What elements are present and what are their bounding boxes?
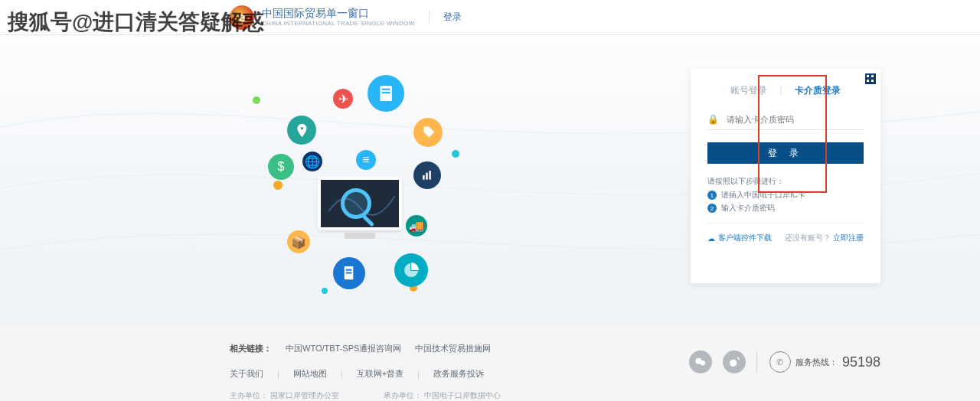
cloud-download-icon: ☁ [707,234,715,243]
dollar-icon: $ [268,154,294,180]
svg-rect-7 [346,269,352,271]
box-icon: 📦 [287,230,310,253]
tab-card[interactable]: 卡介质登录 [795,84,841,99]
qr-login-icon[interactable] [854,73,876,95]
svg-rect-10 [867,75,869,77]
svg-rect-11 [871,75,874,77]
weibo-icon[interactable] [723,350,746,373]
client-download-link[interactable]: ☁ 客户端控件下载 [707,233,772,243]
password-row: 🔒 [707,109,864,130]
footer-nav-sitemap[interactable]: 网站地图 [293,368,327,380]
step-number: 2 [707,204,717,213]
clipboard-icon [333,257,365,289]
login-card-footer: ☁ 客户端控件下载 还没有账号？ 立即注册 [707,233,864,243]
svg-rect-1 [381,88,390,90]
login-card: 账号登录 | 卡介质登录 🔒 登 录 请按照以下步骤进行： 1 请插入中国电子口… [691,69,880,283]
site-title-en: CHINA INTERNATIONAL TRADE SINGLE WINDOW [262,20,415,28]
tab-divider: | [779,84,782,99]
phone-icon: ✆ [769,351,791,373]
service-hotline: ✆ 服务热线： 95198 [756,351,880,373]
hotline-number: 95198 [842,354,880,370]
site-title-cn: 中国国际贸易单一窗口 [262,7,415,20]
footer-right: ✆ 服务热线： 95198 [689,350,880,373]
step-item: 2 输入卡介质密码 [707,203,864,214]
logo-text: 中国国际贸易单一窗口 CHINA INTERNATIONAL TRADE SIN… [262,7,415,27]
deco-dot [322,288,328,294]
plane-icon: ✈ [333,89,353,109]
monitor-stand [345,233,375,239]
pie-chart-icon [394,253,428,287]
sponsor-label: 主办单位： [230,391,268,399]
svg-rect-3 [423,175,424,180]
lock-icon: 🔒 [707,114,719,125]
magnifier-icon [341,188,371,219]
brand-logo: e 中国国际贸易单一窗口 CHINA INTERNATIONAL TRADE S… [230,5,415,30]
step-number: 1 [707,191,717,200]
no-account-prompt: 还没有账号？ [785,233,831,242]
svg-rect-13 [871,80,874,82]
header-login-link[interactable]: 登录 [429,11,462,24]
hotline-label: 服务热线： [795,357,838,368]
login-steps: 请按照以下步骤进行： 1 请插入中国电子口岸IC卡 2 输入卡介质密码 [707,176,864,223]
main-content: ✈ $ 🌐 ≡ 🚚 📦 [0,35,980,326]
tag-icon [413,118,443,147]
deco-dot [273,181,283,190]
steps-title: 请按照以下步骤进行： [707,176,864,187]
globe-small-icon: 🌐 [302,152,322,171]
login-button[interactable]: 登 录 [707,142,864,164]
footer-nav-internet[interactable]: 互联网+督查 [357,368,403,380]
register-link[interactable]: 立即注册 [833,233,864,242]
svg-rect-5 [429,171,430,180]
hero-illustration: ✈ $ 🌐 ≡ 🚚 📦 [256,96,471,295]
top-header: e 中国国际贸易单一窗口 CHINA INTERNATIONAL TRADE S… [0,0,980,35]
footer-nav-about[interactable]: 关于我们 [230,368,263,380]
related-links-label: 相关链接： [230,343,272,354]
step-text: 请插入中国电子口岸IC卡 [721,190,805,200]
svg-rect-2 [381,92,390,93]
svg-rect-8 [346,272,352,274]
maps-icon [287,116,316,145]
footer-nav-complaint[interactable]: 政务服务投诉 [433,368,484,380]
card-password-input[interactable] [727,115,864,124]
step-item: 1 请插入中国电子口岸IC卡 [707,190,864,200]
related-link-trade-measures[interactable]: 中国技术贸易措施网 [415,343,491,354]
login-tabs: 账号登录 | 卡介质登录 [707,84,864,99]
chart-icon [413,161,441,189]
site-footer: 相关链接： 中国WTO/TBT-SPS通报咨询网 中国技术贸易措施网 关于我们 … [0,326,980,401]
svg-point-15 [700,360,705,366]
deco-dot [452,150,459,158]
step-text: 输入卡介质密码 [721,203,775,214]
deco-dot [253,96,260,104]
tab-account[interactable]: 账号登录 [730,84,767,99]
sponsor-value: 国家口岸管理办公室 [270,391,339,399]
svg-rect-4 [426,173,427,180]
document-icon [368,75,404,112]
download-text: 客户端控件下载 [718,233,772,243]
wechat-icon[interactable] [689,350,712,373]
svg-rect-12 [867,80,869,82]
truck-icon: 🚚 [406,215,427,236]
database-icon: ≡ [356,150,376,170]
operator-value: 中国电子口岸数据中心 [424,391,501,399]
related-link-wto[interactable]: 中国WTO/TBT-SPS通报咨询网 [286,343,401,354]
operator-label: 承办单位： [384,391,422,399]
logo-icon: e [230,5,254,30]
svg-point-16 [730,360,737,367]
